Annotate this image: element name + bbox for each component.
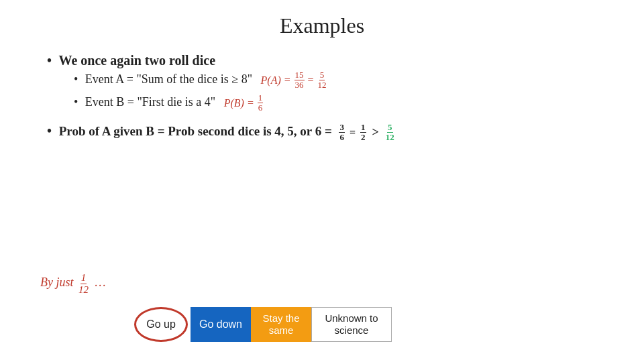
bullet-1-text: We once again two roll dice [59, 53, 216, 68]
pa-equation: P(A) = 15 36 = 5 12 [261, 70, 329, 90]
unknown-to-science-button[interactable]: Unknown to science [311, 307, 392, 342]
go-up-button[interactable]: Go up [134, 307, 188, 342]
content-area: • We once again two roll dice • Event A … [40, 50, 604, 143]
slide: Examples • We once again two roll dice •… [0, 0, 644, 362]
frac-1-6: 1 6 [258, 93, 264, 113]
pb-equation: P(B) = 1 6 [224, 93, 265, 113]
frac-5-12: 5 12 [317, 70, 327, 90]
by-just-label: By just 1 12 … [40, 272, 106, 295]
frac-1-2: 1 2 [360, 123, 366, 143]
bullet-2: • Prob of A given B = Prob second dice i… [47, 121, 604, 142]
event-b-text: Event B = "First die is a 4" [85, 95, 215, 109]
slide-title: Examples [40, 13, 604, 38]
buttons-row: Go up Go down Stay the same Unknown to s… [134, 307, 392, 342]
event-a-text: Event A = "Sum of the dice is ≥ 8" [85, 72, 252, 86]
bullet-2-text: Prob of A given B = Prob second dice is … [59, 124, 332, 138]
frac-by-just: 1 12 [78, 272, 89, 295]
frac-5-12-green: 5 12 [385, 123, 395, 143]
bullet-1-sub-1: • Event A = "Sum of the dice is ≥ 8" P(A… [74, 70, 604, 90]
prob-equation: 3 6 = 1 2 > 5 12 [337, 123, 396, 143]
frac-3-6: 3 6 [339, 123, 345, 143]
go-down-button[interactable]: Go down [191, 307, 251, 342]
bullet-1: • We once again two roll dice • Event A … [47, 50, 604, 113]
stay-same-button[interactable]: Stay the same [251, 307, 311, 342]
bullet-1-sub-2: • Event B = "First die is a 4" P(B) = 1 … [74, 93, 604, 113]
frac-15-36: 15 36 [294, 70, 305, 90]
